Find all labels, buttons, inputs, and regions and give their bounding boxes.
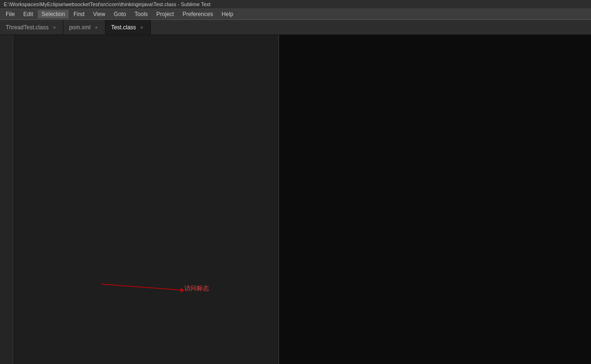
main-content: 访问标志: [0, 35, 591, 364]
tab-pom-close[interactable]: ×: [93, 24, 99, 31]
menu-help[interactable]: Help: [218, 10, 237, 18]
menu-project[interactable]: Project: [153, 10, 178, 18]
menu-preferences[interactable]: Preferences: [179, 10, 217, 18]
right-panel[interactable]: [279, 35, 591, 364]
title-text: E:\Workspaces\MyEclipse\websocketTest\sr…: [4, 1, 210, 7]
line-numbers: [0, 35, 13, 364]
tab-pom-label: pom.xml: [69, 24, 90, 31]
menu-tools[interactable]: Tools: [131, 10, 152, 18]
title-bar: E:\Workspaces\MyEclipse\websocketTest\sr…: [0, 0, 591, 9]
menu-selection[interactable]: Selection: [38, 10, 69, 18]
menu-find[interactable]: Find: [70, 10, 88, 18]
menu-goto[interactable]: Goto: [110, 10, 130, 18]
tab-testclass-label: Test.class: [111, 24, 136, 31]
menu-bar: File Edit Selection Find View Goto Tools…: [0, 9, 591, 20]
tab-pom[interactable]: pom.xml ×: [63, 20, 105, 35]
tab-testclass[interactable]: Test.class ×: [105, 20, 151, 35]
tab-testclass-close[interactable]: ×: [139, 24, 145, 31]
menu-view[interactable]: View: [89, 10, 109, 18]
tab-bar: ThreadTest.class × pom.xml × Test.class …: [0, 20, 591, 35]
menu-file[interactable]: File: [2, 10, 18, 18]
tab-threadtest-close[interactable]: ×: [52, 24, 57, 31]
left-editor: [0, 35, 278, 364]
tab-threadtest-label: ThreadTest.class: [6, 24, 49, 31]
annotation-label: 访问标志: [184, 284, 209, 293]
tab-threadtest[interactable]: ThreadTest.class ×: [0, 20, 63, 35]
menu-edit[interactable]: Edit: [19, 10, 37, 18]
left-panel: 访问标志: [0, 35, 279, 364]
hex-content[interactable]: [13, 35, 278, 364]
